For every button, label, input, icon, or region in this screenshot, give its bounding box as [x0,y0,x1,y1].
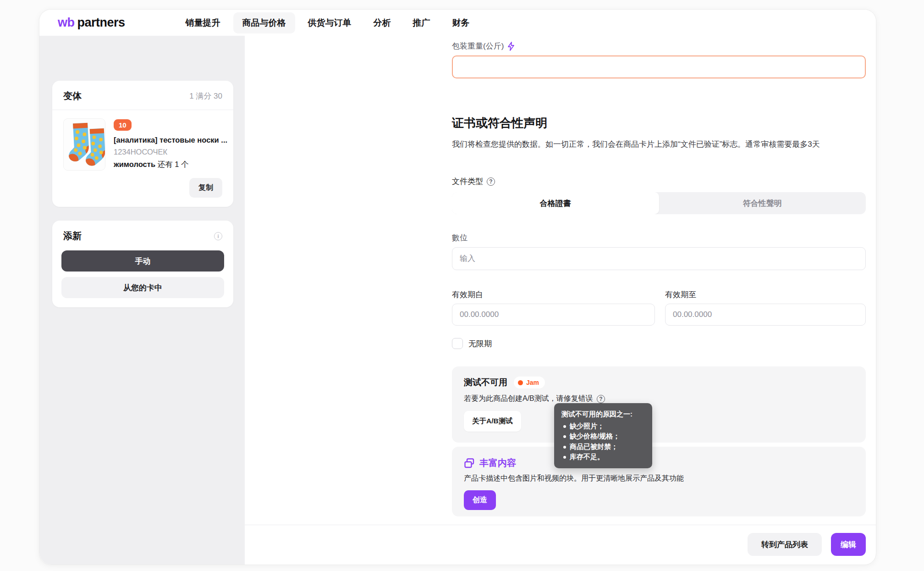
rich-content-icon [464,458,475,469]
question-icon[interactable]: ? [597,395,605,403]
tab-conformity-certificate[interactable]: 合格證書 [452,192,659,214]
nav-item-finance[interactable]: 财务 [443,12,479,33]
jam-badge-text: Jam [526,379,539,386]
nav-item-sales-boost[interactable]: 销量提升 [176,12,230,33]
logo-partners: partners [77,16,125,30]
product-name: [аналитика] тестовые носки ... [114,136,227,144]
ab-test-unavailable-tooltip: 测试不可用的原因之一: 缺少照片； 缺少价格/规格； 商品已被封禁； 库存不足。 [554,403,652,468]
copy-row: 复制 [52,174,233,207]
tab-declaration-of-conformity[interactable]: 符合性聲明 [659,192,866,214]
product-more-count: 还有 1 个 [158,160,189,168]
ab-test-description: 若要为此商品创建A/B测试，请修复错误 [464,394,593,404]
info-icon[interactable]: i [214,232,222,240]
package-weight-label: 包装重量(公斤) [452,41,515,51]
jam-dot-icon [518,380,523,385]
tooltip-title: 测试不可用的原因之一: [561,409,646,419]
add-new-card: 添新 i 手动 从您的卡中 [52,221,233,307]
product-sku: 1234НОСОЧЕК [114,148,227,156]
wb-partners-logo[interactable]: wb partners [58,16,125,30]
from-your-cards-button[interactable]: 从您的卡中 [61,277,224,298]
certificate-section-title: 证书或符合性声明 [452,115,547,131]
question-icon[interactable]: ? [487,177,495,186]
ab-test-description-row: 若要为此商品创建A/B测试，请修复错误 ? [464,394,854,404]
number-label: 數位 [452,233,468,243]
tooltip-reason: 缺少照片； [561,421,646,432]
tooltip-reason: 商品已被封禁； [561,442,646,452]
about-ab-test-button[interactable]: 关于A/B测试 [464,411,521,432]
unlimited-label: 无限期 [468,338,492,349]
product-color-value: жимолость [114,160,155,168]
ab-test-card: 测试不可用 Jam 若要为此商品创建A/B测试，请修复错误 ? 关于A/B测试 [452,366,866,443]
file-type-segmented-control: 合格證書 符合性聲明 [452,192,866,214]
variants-score: 1 满分 30 [189,91,222,101]
ab-test-title: 测试不可用 [464,377,507,388]
socks-image [64,119,105,171]
unlimited-checkbox-row[interactable]: 无限期 [452,338,492,349]
valid-to-label: 有效期至 [665,289,696,300]
footer-divider [245,525,876,525]
manual-button[interactable]: 手动 [61,250,224,272]
jam-status-badge: Jam [514,377,545,388]
product-count-badge: 10 [114,119,132,131]
nav-item-analytics[interactable]: 分析 [364,12,400,33]
lightning-icon [507,42,515,51]
rich-content-title: 丰富内容 [479,457,516,469]
edit-button[interactable]: 编辑 [831,533,866,556]
variants-title: 变体 [63,90,82,102]
add-new-title: 添新 [63,230,82,242]
valid-from-input[interactable] [452,304,655,326]
unlimited-checkbox[interactable] [452,338,463,349]
tooltip-reason: 库存不足。 [561,452,646,462]
logo-wb: wb [58,16,75,30]
rich-content-card: 丰富内容 产品卡描述中包含图片和视频的块。用于更清晰地展示产品及其功能 创造 [452,447,866,516]
ab-test-title-row: 测试不可用 Jam [464,377,854,388]
add-new-header: 添新 i [61,230,224,242]
variants-card-header: 变体 1 满分 30 [52,81,233,110]
page: wb partners 销量提升 商品与价格 供货与订单 分析 推广 财务 变体… [0,0,924,571]
certificate-number-input[interactable] [452,247,866,270]
nav-menu: 销量提升 商品与价格 供货与订单 分析 推广 财务 [176,12,479,33]
package-weight-label-text: 包装重量(公斤) [452,41,504,51]
valid-to-input[interactable] [665,304,866,326]
valid-from-label: 有效期自 [452,289,483,300]
top-navbar: wb partners 销量提升 商品与价格 供货与订单 分析 推广 财务 [39,10,876,36]
package-weight-input[interactable] [452,55,866,78]
tooltip-reason: 缺少价格/规格； [561,431,646,442]
go-to-product-list-button[interactable]: 转到产品列表 [748,533,822,556]
rich-content-title-row: 丰富内容 [464,457,854,469]
tooltip-reason-list: 缺少照片； 缺少价格/规格； 商品已被封禁； 库存不足。 [561,421,646,462]
nav-item-promotion[interactable]: 推广 [404,12,440,33]
copy-button[interactable]: 复制 [189,178,222,198]
certificate-section-description: 我们将检查您提供的数据。如一切正常，我们会在商品卡片上添加“文件已验证”标志。通… [452,138,869,151]
create-button[interactable]: 创造 [464,490,496,510]
rich-content-description: 产品卡描述中包含图片和视频的块。用于更清晰地展示产品及其功能 [464,474,854,483]
nav-item-goods-prices[interactable]: 商品与价格 [233,12,295,33]
variants-card: 变体 1 满分 30 [52,81,233,207]
sidebar: 变体 1 满分 30 [39,36,245,565]
product-row[interactable]: 10 [аналитика] тестовые носки ... 1234НО… [52,110,233,174]
file-type-label: 文件类型 ? [452,176,495,187]
nav-item-supply-orders[interactable]: 供货与订单 [299,12,361,33]
product-info: 10 [аналитика] тестовые носки ... 1234НО… [114,118,227,171]
product-thumbnail[interactable] [63,118,105,171]
app-window: wb partners 销量提升 商品与价格 供货与订单 分析 推广 财务 变体… [39,9,876,565]
product-color-line: жимолость 还有 1 个 [114,160,227,170]
file-type-label-text: 文件类型 [452,176,483,187]
